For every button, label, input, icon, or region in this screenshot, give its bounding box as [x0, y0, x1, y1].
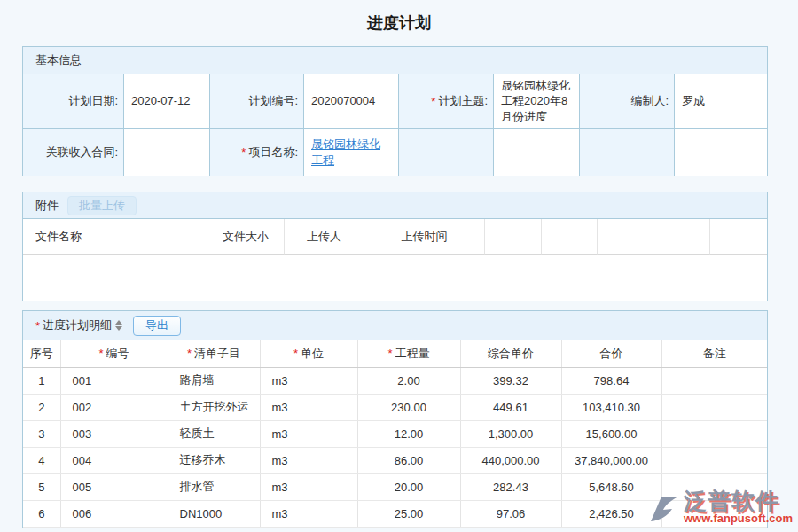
field-value-text: 晟铭园林绿化工程2020年8月份进度 — [501, 78, 572, 125]
sort-spinner-icon[interactable] — [115, 320, 122, 331]
field-label-text: 计划日期: — [68, 93, 118, 109]
attachments-column-header-row: 文件名称文件大小上传人上传时间 — [23, 219, 767, 255]
project-name-link[interactable]: 晟铭园林绿化工程 — [311, 137, 391, 168]
table-row: 4004迁移乔木m386.00440,000.0037,840,000.00 — [23, 447, 767, 473]
detail-cell: 6 — [23, 500, 60, 527]
batch-upload-button[interactable]: 批量上传 — [67, 196, 137, 215]
attach-col-header — [598, 219, 653, 255]
detail-cell: 12.00 — [357, 420, 460, 447]
detail-cell: 005 — [60, 473, 168, 500]
detail-cell: m3 — [260, 367, 357, 394]
detail-cell: 440,000.00 — [460, 447, 561, 473]
detail-cell: 103,410.30 — [561, 394, 661, 420]
detail-col-header: 综合单价 — [460, 340, 561, 367]
detail-cell: 20.00 — [357, 473, 460, 500]
detail-cell: 1 — [23, 367, 60, 394]
table-row: 2002土方开挖外运m3230.00449.61103,410.30 — [23, 394, 767, 420]
detail-cell: m3 — [260, 420, 357, 447]
detail-col-header-text: 单位 — [301, 347, 324, 360]
attach-col-header: 上传时间 — [364, 219, 485, 255]
detail-cell: 798.64 — [561, 367, 661, 394]
watermark-url: www.fanpusoft.com — [684, 512, 793, 525]
required-asterisk: * — [98, 347, 103, 360]
required-asterisk: * — [35, 319, 40, 332]
detail-cell: 97.06 — [460, 500, 561, 527]
detail-col-header: 合价 — [561, 340, 661, 367]
detail-cell: DN1000 — [168, 500, 260, 527]
detail-cell: 迁移乔木 — [168, 447, 260, 473]
detail-cell: m3 — [260, 500, 357, 527]
detail-cell: 86.00 — [357, 447, 460, 473]
field-label: 计划编号: — [210, 74, 304, 129]
attachments-section: 附件 批量上传 文件名称文件大小上传人上传时间 — [22, 192, 768, 301]
detail-title: 进度计划明细 — [43, 317, 112, 333]
sort-up-icon[interactable] — [115, 320, 122, 325]
field-value: 罗成 — [675, 74, 767, 129]
detail-cell: 土方开挖外运 — [168, 394, 260, 420]
detail-cell: 1,300.00 — [460, 420, 561, 447]
detail-cell: 轻质土 — [168, 420, 260, 447]
sort-down-icon[interactable] — [115, 326, 122, 331]
detail-cell: 3 — [23, 420, 60, 447]
export-button[interactable]: 导出 — [133, 316, 181, 336]
field-value: 2020-07-12 — [124, 74, 210, 129]
required-asterisk: * — [293, 347, 298, 360]
field-label: 计划日期: — [23, 74, 124, 129]
required-asterisk: * — [431, 95, 435, 108]
table-row: 3003轻质土m312.001,300.0015,600.00 — [23, 420, 767, 447]
attach-col-header: 上传人 — [285, 219, 364, 255]
detail-cell: 230.00 — [357, 394, 460, 420]
field-label-text: 关联收入合同: — [45, 145, 118, 160]
detail-cell: 399.32 — [460, 367, 561, 394]
field-label: 关联收入合同: — [23, 129, 124, 176]
watermark-brand: 泛普软件 — [684, 489, 793, 512]
detail-col-header: *工程量 — [357, 340, 460, 367]
detail-col-header-text: 综合单价 — [488, 347, 534, 360]
field-label: 编制人: — [580, 74, 675, 129]
detail-cell: 15,600.00 — [561, 420, 661, 447]
detail-cell: m3 — [260, 447, 357, 473]
required-asterisk: * — [187, 347, 192, 360]
detail-col-header: *单位 — [260, 340, 357, 367]
basic-info-section: 基本信息 计划日期:2020-07-12计划编号:2020070004*计划主题… — [22, 46, 768, 176]
attachments-title: 附件 — [35, 198, 59, 214]
attach-col-header — [653, 219, 710, 255]
detail-cell: 路肩墙 — [168, 367, 260, 394]
detail-cell: 排水管 — [168, 473, 260, 500]
field-value-text: 2020-07-12 — [131, 93, 191, 109]
field-label-text: 项目名称: — [248, 145, 298, 160]
field-value: 晟铭园林绿化工程2020年8月份进度 — [494, 74, 580, 129]
detail-col-header-text: 清单子目 — [194, 347, 240, 360]
detail-cell: 4 — [23, 447, 60, 473]
detail-cell: 2 — [23, 394, 60, 420]
field-label: *计划主题: — [399, 74, 494, 129]
field-label-text: 编制人: — [630, 93, 669, 109]
basic-info-grid: 计划日期:2020-07-12计划编号:2020070004*计划主题:晟铭园林… — [23, 74, 767, 176]
detail-cell: 004 — [60, 447, 168, 473]
detail-cell: 282.43 — [460, 473, 561, 500]
field-value-text: 罗成 — [682, 93, 705, 109]
field-label-text: 计划主题: — [438, 93, 488, 109]
detail-cell: 003 — [60, 420, 168, 447]
detail-cell: 25.00 — [357, 500, 460, 527]
detail-cell: 001 — [60, 367, 168, 394]
detail-header: * 进度计划明细 导出 — [23, 311, 767, 340]
attachments-header: 附件 批量上传 — [23, 192, 767, 219]
attach-col-header — [485, 219, 542, 255]
required-asterisk: * — [387, 347, 392, 360]
field-label: *项目名称: — [210, 129, 304, 176]
detail-col-header-text: 序号 — [30, 347, 53, 360]
detail-cell: 2.00 — [357, 367, 460, 394]
fanpu-logo-icon — [648, 493, 682, 525]
detail-col-header: *清单子目 — [168, 340, 260, 367]
field-label — [580, 129, 675, 176]
detail-cell: 002 — [60, 394, 168, 420]
attach-col-header: 文件大小 — [207, 219, 285, 255]
attach-col-header — [542, 219, 598, 255]
field-value-text: 2020070004 — [311, 93, 375, 109]
required-asterisk: * — [241, 145, 246, 159]
detail-cell: 37,840,000.00 — [561, 447, 661, 473]
field-value: 2020070004 — [304, 74, 399, 129]
detail-col-header: 序号 — [23, 340, 60, 367]
field-value — [675, 129, 767, 176]
